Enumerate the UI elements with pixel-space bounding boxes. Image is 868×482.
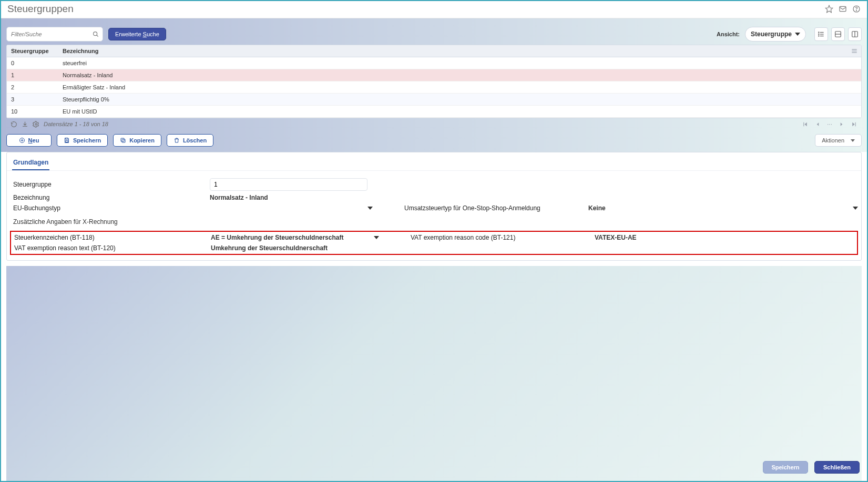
refresh-icon[interactable] <box>11 121 17 128</box>
tab-grundlagen[interactable]: Grundlagen <box>12 156 49 170</box>
svg-rect-24 <box>66 141 68 142</box>
record-count: Datensätze 1 - 18 von 18 <box>44 121 108 127</box>
svg-point-9 <box>819 32 819 33</box>
table-menu-icon[interactable] <box>851 47 858 55</box>
cell-bezeichnung: Steuerpflichtig 0% <box>58 94 861 105</box>
value-bt121: VATEX-EU-AE <box>595 234 857 241</box>
tax-groups-table: Steuergruppe Bezeichnung 0steuerfrei1Nor… <box>6 45 862 118</box>
footer-save-button[interactable]: Speichern <box>763 461 808 474</box>
svg-marker-0 <box>825 5 832 12</box>
export-icon[interactable] <box>22 121 28 128</box>
svg-rect-26 <box>121 138 124 141</box>
svg-point-11 <box>819 36 819 36</box>
page-next-icon[interactable] <box>839 121 844 127</box>
cell-steuergruppe: 3 <box>7 94 58 105</box>
favorite-star-icon[interactable] <box>825 5 833 13</box>
value-bezeichnung: Normalsatz - Inland <box>210 194 367 201</box>
page-prev-icon[interactable] <box>815 121 821 127</box>
layout-list-icon[interactable] <box>814 27 828 41</box>
svg-line-5 <box>97 35 98 37</box>
table-row[interactable]: 0steuerfrei <box>7 57 861 69</box>
select-bt118[interactable]: AE = Umkehrung der Steuerschuldnerschaft <box>211 234 379 241</box>
table-row[interactable]: 2Ermäßigter Satz - Inland <box>7 81 861 94</box>
cell-bezeichnung: Ermäßigter Satz - Inland <box>58 81 861 93</box>
select-eubuchungstyp[interactable] <box>210 207 373 210</box>
col-header-bezeichnung[interactable]: Bezeichnung <box>58 45 861 57</box>
save-button[interactable]: Speichern <box>57 134 108 147</box>
label-bt118: Steuerkennzeichen (BT-118) <box>11 234 211 241</box>
svg-point-10 <box>819 34 819 34</box>
page-dots: ··· <box>827 120 832 128</box>
settings-gear-icon[interactable] <box>33 121 39 128</box>
svg-rect-23 <box>66 138 68 140</box>
col-header-steuergruppe[interactable]: Steuergruppe <box>7 45 58 57</box>
search-input[interactable] <box>10 30 92 38</box>
cell-steuergruppe: 1 <box>7 69 58 81</box>
footer-close-button[interactable]: Schließen <box>814 461 860 474</box>
label-bt121: VAT exemption reason code (BT-121) <box>411 234 589 241</box>
chevron-down-icon <box>853 207 858 210</box>
label-bezeichnung: Bezeichnung <box>10 194 210 201</box>
xrechnung-highlight: Steuerkennzeichen (BT-118) AE = Umkehrun… <box>10 231 858 255</box>
select-umsatzsteuertyp[interactable]: Keine <box>588 204 858 212</box>
search-icon[interactable] <box>92 30 99 38</box>
cell-bezeichnung: steuerfrei <box>58 57 861 69</box>
section-xrechnung: Zusätzliche Angaben für X-Rechnung <box>10 215 858 225</box>
help-icon[interactable] <box>852 5 861 13</box>
page-first-icon[interactable] <box>802 121 809 128</box>
label-bt120: VAT exemption reason text (BT-120) <box>11 244 211 252</box>
table-row[interactable]: 3Steuerpflichtig 0% <box>7 94 861 106</box>
table-row[interactable]: 1Normalsatz - Inland <box>7 69 861 81</box>
actions-dropdown[interactable]: Aktionen <box>815 134 862 147</box>
copy-button[interactable]: Kopieren <box>113 134 161 147</box>
page-title: Steuergruppen <box>7 3 74 15</box>
label-steuergruppe: Steuergruppe <box>10 181 210 188</box>
cell-steuergruppe: 2 <box>7 81 58 93</box>
chevron-down-icon <box>367 207 373 210</box>
search-input-wrap[interactable] <box>6 27 103 42</box>
cell-bezeichnung: EU mit UStID <box>58 106 861 117</box>
new-button[interactable]: Neu <box>6 134 52 147</box>
layout-split-horizontal-icon[interactable] <box>831 27 845 41</box>
layout-split-vertical-icon[interactable] <box>848 27 862 41</box>
ansicht-label: Ansicht: <box>717 31 740 37</box>
advanced-search-button[interactable]: Erweiterte Suche <box>108 28 166 40</box>
svg-point-3 <box>856 11 856 11</box>
cell-steuergruppe: 0 <box>7 57 58 69</box>
input-steuergruppe[interactable] <box>210 178 367 191</box>
svg-point-4 <box>94 32 97 36</box>
ansicht-select[interactable]: Steuergruppe <box>745 27 806 42</box>
chevron-down-icon <box>795 33 800 36</box>
chevron-down-icon <box>851 139 855 142</box>
delete-button[interactable]: Löschen <box>167 134 213 147</box>
label-umsatzsteuertyp: Umsatzsteuertyp für One-Stop-Shop-Anmeld… <box>404 204 583 212</box>
label-eubuchungstyp: EU-Buchungstyp <box>10 204 210 212</box>
cell-bezeichnung: Normalsatz - Inland <box>58 69 861 81</box>
chevron-down-icon <box>374 236 379 239</box>
page-last-icon[interactable] <box>851 121 857 128</box>
mail-icon[interactable] <box>839 5 847 13</box>
value-bt120: Umkehrung der Steuerschuldnerschaft <box>211 244 857 252</box>
table-row[interactable]: 10EU mit UStID <box>7 106 861 118</box>
svg-rect-25 <box>122 139 125 142</box>
empty-area <box>6 266 862 481</box>
cell-steuergruppe: 10 <box>7 106 58 117</box>
svg-point-19 <box>35 123 37 125</box>
